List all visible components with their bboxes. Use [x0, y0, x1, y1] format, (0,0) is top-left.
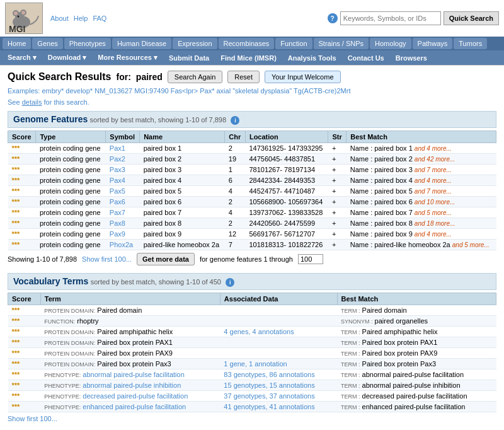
col-chr: Chr	[225, 131, 246, 143]
row-symbol[interactable]: Pax2	[106, 154, 140, 165]
genome-row-3: *** protein coding gene Pax4 paired box …	[8, 175, 496, 186]
vocab-assoc[interactable]: 37 genotypes, 37 annotations	[220, 391, 337, 402]
nav-item-recombinases[interactable]: Recombinases	[219, 38, 275, 49]
row-location: 44524757- 44710487	[245, 186, 328, 197]
through-input[interactable]	[298, 254, 323, 264]
row-symbol[interactable]: Pax1	[106, 143, 140, 154]
search-again-button[interactable]: Search Again	[168, 71, 222, 83]
sec-nav-submit-data[interactable]: Submit Data	[164, 52, 214, 64]
question-icon[interactable]: ?	[328, 13, 338, 23]
sec-nav-download[interactable]: Download ▾	[43, 52, 92, 64]
quick-search-input[interactable]	[340, 11, 441, 25]
vocab-term: Protein Domain: Paired box protein Pax3	[40, 359, 220, 369]
row-name: paired box 3	[140, 165, 225, 175]
example-1[interactable]: embry* develop*	[42, 87, 93, 95]
vocab-assoc[interactable]: 4 genes, 4 annotations	[220, 327, 337, 337]
example-3[interactable]: MGI:97490	[134, 87, 168, 95]
quick-search-button[interactable]: Quick Search	[444, 11, 499, 25]
vocab-assoc[interactable]: 1 gene, 1 annotation	[220, 359, 337, 369]
row-match: Name : paired box 3 and 7 more...	[346, 165, 496, 175]
sec-nav-search[interactable]: Search ▾	[3, 52, 42, 64]
get-more-button[interactable]: Get more data	[137, 253, 195, 265]
nav-item-function[interactable]: Function	[275, 38, 312, 49]
row-location: 56691767- 56712707	[245, 229, 328, 240]
about-link[interactable]: About	[50, 15, 69, 22]
vocab-match: Synonym : paired organelles	[337, 316, 496, 327]
sec-nav-more-resources[interactable]: More Resources ▾	[93, 52, 163, 64]
genome-features-subtitle: sorted by best match, showing 1-10 of 7,…	[90, 116, 226, 124]
sec-nav-browsers[interactable]: Browsers	[391, 52, 432, 64]
genome-row-4: *** protein coding gene Pax5 paired box …	[8, 186, 496, 197]
vocab-assoc	[220, 337, 337, 348]
vocabulary-info-icon[interactable]: i	[226, 278, 234, 287]
logo-area: MGI About Help FAQ	[5, 3, 106, 34]
vocab-row-0: *** Protein Domain: Paired domain Term :…	[8, 305, 496, 316]
show-first-link[interactable]: Show first 100...	[82, 255, 132, 263]
vocab-show-first[interactable]: Show first 100...	[8, 415, 496, 422]
row-chr: 7	[225, 240, 246, 250]
sec-nav-analysis-tools[interactable]: Analysis Tools	[283, 52, 341, 64]
top-links-area: About Help FAQ	[50, 15, 106, 22]
vocab-row-1: *** Function: rhoptry Synonym : paired o…	[8, 316, 496, 327]
nav-item-expression[interactable]: Expression	[173, 38, 217, 49]
row-symbol[interactable]: Pax4	[106, 175, 140, 186]
sec-nav-find-mice--imsr-[interactable]: Find Mice (IMSR)	[215, 52, 282, 64]
logo[interactable]: MGI	[5, 3, 43, 34]
search-box-area: ? Quick Search	[328, 11, 499, 25]
row-type: protein coding gene	[36, 229, 106, 240]
vocab-row-6: *** Phenotype: abnormal paired-pulse fac…	[8, 369, 496, 380]
nav-item-homology[interactable]: Homology	[370, 38, 411, 49]
nav-item-genes[interactable]: Genes	[32, 38, 62, 49]
sec-nav-contact-us[interactable]: Contact Us	[343, 52, 389, 64]
example-6[interactable]: axial "skeletal dysplasia"	[216, 87, 292, 95]
row-chr: 12	[225, 229, 246, 240]
nav-item-strains---snps[interactable]: Strains / SNPs	[314, 38, 369, 49]
vocab-assoc[interactable]: 15 genotypes, 15 annotations	[220, 380, 337, 391]
row-name: paired box 6	[140, 197, 225, 207]
nav-item-pathways[interactable]: Pathways	[413, 38, 453, 49]
row-symbol[interactable]: Pax8	[106, 218, 140, 229]
nav-item-phenotypes[interactable]: Phenotypes	[64, 38, 111, 49]
vocab-assoc[interactable]: 41 genotypes, 41 annotations	[220, 402, 337, 412]
svg-point-7	[18, 16, 20, 18]
example-7[interactable]: Tg(ACTB-cre)2Mrt	[294, 87, 350, 95]
row-str: +	[328, 175, 346, 186]
nav-item-home[interactable]: Home	[3, 38, 31, 49]
vocabulary-terms-header: Vocabulary Terms sorted by best match, s…	[8, 273, 496, 290]
faq-link[interactable]: FAQ	[93, 15, 106, 22]
details-link[interactable]: See details for this search.	[8, 98, 496, 106]
welcome-button[interactable]: Your Input Welcome	[265, 71, 340, 83]
examples-label: Examples:	[8, 87, 40, 95]
row-chr: 4	[225, 186, 246, 197]
row-chr: 2	[225, 143, 246, 154]
vocab-col-score: Score	[8, 293, 41, 305]
reset-button[interactable]: Reset	[227, 71, 260, 83]
vocab-match: Term : Paired domain	[337, 305, 496, 316]
row-score: ***	[8, 218, 36, 229]
row-symbol[interactable]: Pax9	[106, 229, 140, 240]
example-2[interactable]: NM_013627	[94, 87, 132, 95]
help-link[interactable]: Help	[74, 15, 88, 22]
col-best-match: Best Match	[346, 131, 496, 143]
example-4[interactable]: Fas<lpr>	[171, 87, 198, 95]
row-chr: 6	[225, 175, 246, 186]
vocab-score: ***	[8, 348, 41, 359]
row-symbol[interactable]: Pax6	[106, 197, 140, 207]
row-symbol[interactable]: Pax5	[106, 186, 140, 197]
row-str: +	[328, 165, 346, 175]
row-symbol[interactable]: Pax3	[106, 165, 140, 175]
nav-item-tumors[interactable]: Tumors	[454, 38, 487, 49]
for-label: for:	[117, 72, 131, 82]
nav-item-human-disease[interactable]: Human Disease	[112, 38, 171, 49]
row-chr: 19	[225, 154, 246, 165]
vocab-score: ***	[8, 359, 41, 369]
vocab-col-term: Term	[40, 293, 220, 305]
genome-features-info-icon[interactable]: i	[231, 116, 239, 125]
vocab-row-5: *** Protein Domain: Paired box protein P…	[8, 359, 496, 369]
row-symbol[interactable]: Pax7	[106, 207, 140, 218]
example-5[interactable]: Pax*	[200, 87, 214, 95]
row-score: ***	[8, 229, 36, 240]
vocab-assoc[interactable]: 83 genotypes, 86 annotations	[220, 369, 337, 380]
row-symbol[interactable]: Phox2a	[106, 240, 140, 250]
vocab-score: ***	[8, 327, 41, 337]
